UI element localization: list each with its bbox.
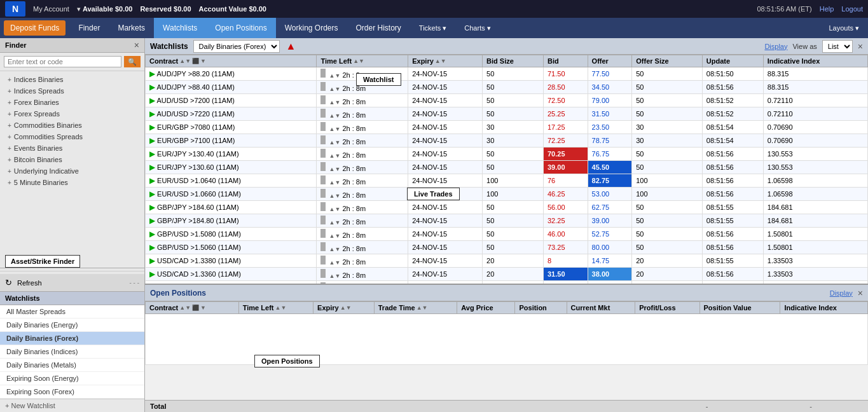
finder-item-commodities-spreads[interactable]: + Commodities Spreads [0, 131, 144, 142]
watchlist-item-energy[interactable]: Daily Binaries (Energy) [0, 319, 144, 332]
op-th-position[interactable]: Position [515, 302, 567, 314]
th-contract[interactable]: Contract ▲▼ ⬛ ▼ [146, 55, 317, 67]
op-th-contract[interactable]: Contract ▲▼ ⬛ ▼ [146, 302, 239, 314]
table-cell: 08:51:55 [702, 254, 763, 268]
deposit-button[interactable]: Deposit Funds [4, 20, 65, 36]
th-bid[interactable]: Bid [543, 55, 588, 67]
table-cell: 50 [632, 214, 703, 228]
table-row[interactable]: ▶ GBP/JPY >184.60 (11AM) ▲▼ 2h : 8m24-NO… [146, 201, 868, 214]
charts-nav[interactable]: Charts ▾ [455, 18, 499, 38]
op-th-position-value[interactable]: Position Value [699, 302, 780, 314]
finder-item-5min-binaries[interactable]: + 5 Minute Binaries [0, 177, 144, 188]
table-row[interactable]: ▶ AUD/USD >7220 (11AM) ▲▼ 2h : 8m24-NOV-… [146, 107, 868, 121]
finder-item-forex-binaries[interactable]: + Forex Binaries [0, 97, 144, 108]
table-cell: 08:51:56 [702, 174, 763, 188]
table-row[interactable]: ▶ GBP/JPY >184.80 (11AM) ▲▼ 2h : 8m24-NO… [146, 214, 868, 228]
table-row[interactable]: ▶ AUD/USD >7200 (11AM) ▲▼ 2h : 8m24-NOV-… [146, 94, 868, 107]
watchlist-dropdown[interactable]: Daily Binaries (Forex) [193, 40, 280, 53]
table-row[interactable]: ▶ EUR/USD >1.0640 (11AM) ▲▼ 2h : 8m24-NO… [146, 174, 868, 188]
table-row[interactable]: ▶ EUR/GBP >7100 (11AM) ▲▼ 2h : 8m24-NOV-… [146, 134, 868, 148]
watchlists-nav[interactable]: Watchlists [154, 18, 206, 38]
table-row[interactable]: ▶ USD/CAD >1.3360 (11AM) ▲▼ 2h : 8m24-NO… [146, 268, 868, 281]
table-cell: 50 [632, 161, 703, 174]
content-area: Watchlists Daily Binaries (Forex) ▲ Disp… [145, 38, 868, 412]
th-expiry[interactable]: Expiry ▲▼ [408, 55, 483, 67]
plus-icon: + [8, 156, 11, 163]
layouts-nav[interactable]: Layouts ▾ [820, 18, 868, 38]
watchlist-item-forex[interactable]: Daily Binaries (Forex) [0, 332, 144, 345]
finder-item-commodities-binaries[interactable]: + Commodities Binaries [0, 120, 144, 131]
table-row[interactable]: ▶ AUD/JPY >88.20 (11AM) ▲▼ 2h : 8m24-NOV… [146, 67, 868, 81]
table-row[interactable]: ▶ GBP/USD >1.5080 (11AM) ▲▼ 2h : 8m24-NO… [146, 228, 868, 241]
open-positions-nav[interactable]: Open Positions [206, 18, 275, 38]
watchlist-item-indices[interactable]: Daily Binaries (Indices) [0, 345, 144, 359]
watchlist-item-metals[interactable]: Daily Binaries (Metals) [0, 359, 144, 372]
th-offer-size[interactable]: Offer Size [632, 55, 703, 67]
sort-icon: ▲▼ [179, 305, 191, 311]
th-bid-size[interactable]: Bid Size [483, 55, 544, 67]
logo: N [5, 1, 25, 17]
th-indicative[interactable]: Indicative Index [763, 55, 867, 67]
op-th-avg-price[interactable]: Avg Price [457, 302, 515, 314]
table-cell: ▶ EUR/GBP >7080 (11AM) [146, 121, 317, 134]
table-cell: 17.25 [543, 121, 588, 134]
op-display-button[interactable]: Display [830, 289, 853, 297]
finder-item-underlying-indicative[interactable]: + Underlying Indicative [0, 165, 144, 177]
tickets-nav[interactable]: Tickets ▾ [410, 18, 455, 38]
top-bar: N My Account ▾ Available $0.00 Reserved … [0, 0, 868, 18]
table-cell: 50 [483, 161, 544, 174]
order-history-nav[interactable]: Order History [347, 18, 410, 38]
table-row[interactable]: ▶ USD/CHF >1.0180 (11AM) ▲▼ 2h : 8m24-NO… [146, 281, 868, 284]
watchlist-item-all-master[interactable]: All Master Spreads [0, 305, 144, 319]
op-th-trade-time[interactable]: Trade Time ▲▼ [374, 302, 457, 314]
finder-close-button[interactable]: × [134, 41, 139, 50]
finder-item-bitcoin-binaries[interactable]: + Bitcoin Binaries [0, 154, 144, 165]
table-row[interactable]: ▶ AUD/JPY >88.40 (11AM) ▲▼ 2h : 8m24-NOV… [146, 81, 868, 94]
table-row[interactable]: ▶ GBP/USD >1.5060 (11AM) ▲▼ 2h : 8m24-NO… [146, 241, 868, 254]
op-table-wrap[interactable]: Contract ▲▼ ⬛ ▼ Time Left ▲▼ Expiry ▲▼ T… [145, 301, 868, 400]
table-row[interactable]: ▶ USD/CAD >1.3380 (11AM) ▲▼ 2h : 8m24-NO… [146, 254, 868, 268]
watchlist-close-button[interactable]: × [858, 42, 863, 51]
table-row[interactable]: ▶ EUR/USD >1.0660 (11AM) ▲▼ 2h : 8m24-NO… [146, 188, 868, 201]
watchlist-item-expiring-energy[interactable]: Expiring Soon (Energy) [0, 372, 144, 385]
view-list-dropdown[interactable]: List [822, 40, 853, 53]
finder-item-forex-spreads[interactable]: + Forex Spreads [0, 108, 144, 120]
watchlist-table-wrap[interactable]: Contract ▲▼ ⬛ ▼ Time Left ▲▼ Expiry ▲▼ B… [145, 55, 868, 284]
table-row[interactable]: ▶ EUR/JPY >130.60 (11AM) ▲▼ 2h : 8m24-NO… [146, 161, 868, 174]
op-th-current-mkt[interactable]: Current Mkt [567, 302, 635, 314]
op-th-indicative[interactable]: Indicative Index [780, 302, 868, 314]
top-bar-left: N My Account ▾ Available $0.00 Reserved … [5, 1, 266, 17]
watchlist-display-button[interactable]: Display [764, 43, 787, 50]
finder-title: Finder [5, 41, 27, 49]
op-th-profit-loss[interactable]: Profit/Loss [635, 302, 699, 314]
top-bar-right: 08:51:56 AM (ET) Help Logout [757, 5, 864, 13]
help-link[interactable]: Help [820, 5, 834, 13]
th-offer[interactable]: Offer [588, 55, 632, 67]
table-cell: 08:51:52 [702, 94, 763, 107]
op-th-expiry[interactable]: Expiry ▲▼ [313, 302, 375, 314]
markets-nav[interactable]: Markets [109, 18, 154, 38]
finder-item-indices-spreads[interactable]: + Indices Spreads [0, 85, 144, 97]
table-cell: ▲▼ 2h : 8m [317, 174, 408, 188]
logout-link[interactable]: Logout [841, 5, 863, 13]
finder-item-indices-binaries[interactable]: + Indices Binaries [0, 74, 144, 85]
finder-nav[interactable]: Finder [69, 18, 109, 38]
table-cell: 31.50 [543, 268, 588, 281]
table-row[interactable]: ▶ EUR/GBP >7080 (11AM) ▲▼ 2h : 8m24-NOV-… [146, 121, 868, 134]
watchlist-item-expiring-forex[interactable]: Expiring Soon (Forex) [0, 385, 144, 399]
op-close-button[interactable]: × [858, 289, 863, 298]
finder-item-events-binaries[interactable]: + Events Binaries [0, 142, 144, 154]
refresh-row[interactable]: ↻ Refresh - - - [0, 274, 144, 292]
table-cell: 30 [632, 134, 703, 148]
working-orders-nav[interactable]: Working Orders [276, 18, 347, 38]
th-time-left[interactable]: Time Left ▲▼ [317, 55, 408, 67]
finder-search-input[interactable] [4, 56, 121, 67]
table-cell: 50 [632, 94, 703, 107]
finder-search-button[interactable]: 🔍 [124, 56, 141, 67]
table-cell: ▶ USD/CAD >1.3360 (11AM) [146, 268, 317, 281]
new-watchlist-button[interactable]: + New Watchlist [0, 399, 144, 412]
op-th-time-left[interactable]: Time Left ▲▼ [238, 302, 313, 314]
table-row[interactable]: ▶ EUR/JPY >130.40 (11AM) ▲▼ 2h : 8m24-NO… [146, 148, 868, 161]
my-account[interactable]: My Account [33, 5, 69, 13]
th-update[interactable]: Update [702, 55, 763, 67]
